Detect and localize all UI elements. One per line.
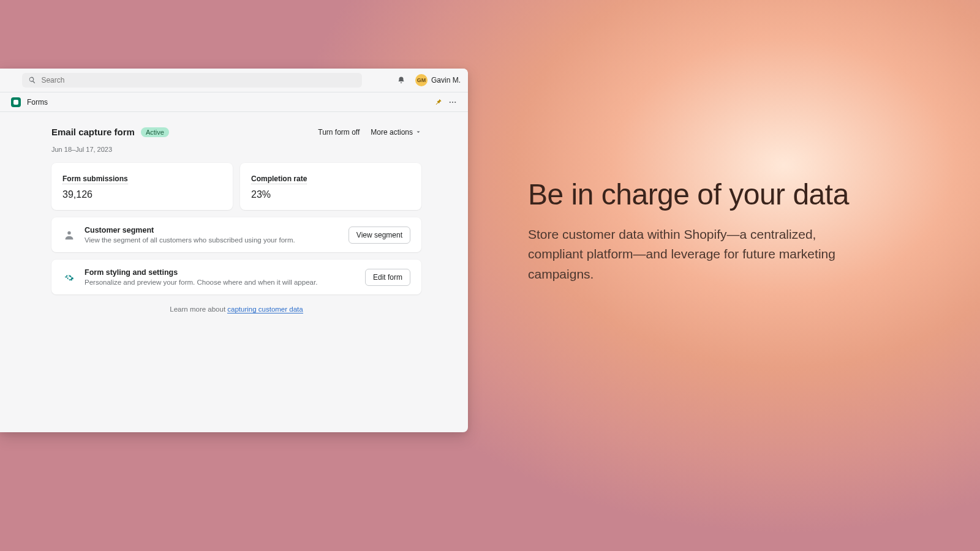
segment-title: Customer segment [85,226,340,234]
svg-point-1 [452,101,453,102]
more-actions-label: More actions [371,128,413,137]
content-area: Email capture form Active Turn form off … [0,112,468,313]
page-actions: Turn form off More actions [318,128,421,137]
styling-title: Form styling and settings [85,268,356,277]
avatar: GM [415,74,428,86]
app-window: GM Gavin M. Forms Email capture form Act… [0,69,468,432]
gear-icon [62,272,76,283]
completion-rate-card: Completion rate 23% [240,163,421,210]
marketing-panel: Be in charge of your data Store customer… [528,178,859,284]
page-header: Email capture form Active Turn form off … [51,127,421,137]
edit-form-button[interactable]: Edit form [365,269,410,286]
svg-point-0 [450,101,451,102]
user-menu[interactable]: GM Gavin M. [415,74,461,86]
completion-value: 23% [251,189,410,200]
subheader: Forms [0,92,468,112]
more-actions-button[interactable]: More actions [371,128,421,137]
user-name: Gavin M. [431,76,461,84]
segment-desc: View the segment of all customers who su… [85,236,340,244]
form-styling-card: Form styling and settings Personalize an… [51,260,421,294]
status-badge: Active [141,127,169,137]
segment-body: Customer segment View the segment of all… [85,226,340,244]
view-segment-button[interactable]: View segment [349,227,410,244]
submissions-value: 39,126 [62,189,222,200]
completion-label: Completion rate [251,174,307,184]
bell-icon[interactable] [397,76,405,84]
submissions-label: Form submissions [62,174,128,184]
styling-body: Form styling and settings Personalize an… [85,268,356,286]
svg-point-2 [454,101,456,102]
form-submissions-card: Form submissions 39,126 [51,163,233,210]
search-icon [28,76,36,84]
topbar: GM Gavin M. [0,69,468,92]
marketing-body: Store customer data within Shopify—a cen… [528,225,859,285]
svg-point-3 [67,231,70,234]
forms-app-icon [11,97,21,107]
chevron-down-icon [415,129,421,135]
learn-more-prefix: Learn more about [170,305,227,313]
customer-segment-card: Customer segment View the segment of all… [51,217,421,252]
learn-more: Learn more about capturing customer data [51,305,421,313]
turn-form-off-button[interactable]: Turn form off [318,128,360,137]
stats-row: Form submissions 39,126 Completion rate … [51,163,421,210]
marketing-headline: Be in charge of your data [528,178,859,212]
topbar-right: GM Gavin M. [397,74,461,86]
person-icon [62,230,76,241]
page-title: Email capture form [51,127,135,137]
subheader-title: Forms [27,98,48,107]
pin-icon[interactable] [434,98,442,106]
capturing-customer-data-link[interactable]: capturing customer data [227,305,303,313]
search-box[interactable] [22,73,362,88]
styling-desc: Personalize and preview your form. Choos… [85,279,356,286]
search-input[interactable] [41,76,356,84]
more-icon[interactable] [448,98,457,107]
subheader-actions [434,98,457,107]
date-range: Jun 18–Jul 17, 2023 [51,146,421,153]
